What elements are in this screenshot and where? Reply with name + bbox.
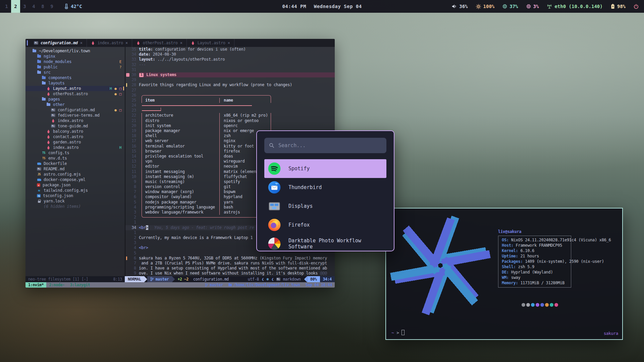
gutter-space [136,52,139,57]
buffer-line: 20init systemopenrc [125,123,335,128]
tree-item-README.md[interactable]: M↓README.md [25,166,125,172]
terminal-color-palette [522,303,558,307]
astro-file-icon [46,129,51,133]
md-file-icon: M↓ [51,108,55,112]
tree-item-badges: E [119,60,125,64]
fetch-terminal-window[interactable]: liv@sakura OS: NixOS 24.11.20240828.71e9… [385,208,623,340]
thunderbird-icon [268,181,281,194]
tree-item-pages[interactable]: pages [25,97,125,102]
buffer-line: 32--- [125,62,335,67]
tree-item-nginx[interactable]: nginx [25,54,125,59]
tree-item-docker-compose.yml[interactable]: docker-compose.yml [25,177,125,182]
paragraph-text: Favorite things regarding Linux and my w… [139,82,292,87]
yaml-value: configuration for devices i use (often) [153,47,246,52]
line-number: 18 [125,133,136,138]
tree-item-node-modules[interactable]: node_modulesE [25,59,125,64]
tab-close-icon[interactable]: × [180,41,182,45]
folder-open-icon [42,97,46,101]
darktable-icon [268,237,281,250]
line-number: 7 [125,189,136,194]
tree-item-Dockerfile[interactable]: Dockerfile [25,161,125,166]
tree-item-configuration.md[interactable]: M↓configuration.md●□ [25,107,125,113]
tree-item-label: yarn.lock [44,199,64,203]
launcher-item-thunderbird[interactable]: Thunderbird [264,178,386,197]
gutter-space [136,149,139,154]
launcher-item-firefox[interactable]: Firefox [264,216,386,234]
tree-item-tone-guide.md[interactable]: M↓tone-guide.md [25,123,125,129]
fetch-label: Host: [502,243,514,248]
shell-prompt[interactable]: ~ > [391,330,405,335]
table-top-border [142,93,271,98]
buffer-text: sakura has a Ryzen 5 7640U, 32GB of DDR5… [139,256,335,261]
line-number: 3 [125,210,136,215]
tree-item-other[interactable]: other [25,102,125,107]
gutter-space [136,245,139,250]
astro-file-icon [46,145,51,149]
tree-item-config.ts[interactable]: TSconfig.ts [25,150,125,156]
badge-●: ● [114,86,116,91]
buffer-line: 24 [125,103,335,108]
tree-item-yarn.lock[interactable]: yarn.lock [25,198,125,204]
tree-item-components[interactable]: components [25,75,125,80]
tmux-window-1:nvim*[interactable]: 1:nvim* [25,282,46,288]
tree-item-layouts[interactable]: layouts [25,80,125,86]
tree-item-badges: ●□ [114,108,125,112]
tree-item--6-hidden-items-[interactable]: (6 hidden items) [25,204,125,209]
tree-item-label: config.ts [48,150,69,155]
editor-tab-Layout.astro[interactable]: Layout.astro× [187,39,234,47]
tree-item-fediverse-terms.md[interactable]: M↓fediverse-terms.md [25,113,125,118]
tree-item-tailwind.config.mjs[interactable]: ≈tailwind.config.mjs [25,188,125,193]
buffer-text: architecturex86_64 (rip m2 pro) [139,113,335,118]
tab-close-icon[interactable]: × [80,41,83,45]
tree-item-otherPost.astro[interactable]: otherPost.astro●□ [25,91,125,97]
tree-item-balcony.astro[interactable]: balcony.astro [25,129,125,134]
table-cell-item: terminal emulator [142,144,219,149]
html-tag: <br [139,225,146,230]
tree-item-tsconfig.json[interactable]: TStsconfig.json [25,193,125,198]
tree-item-label: otherPost.astro [53,92,88,96]
tree-item-label: (6 hidden items) [44,204,81,209]
launcher-item-displays[interactable]: Displays [264,197,386,216]
status-bar: 123489 42°C 04:44 PM Wednesday Sep 04 36… [0,0,644,13]
tmux-window-2:node-[interactable]: 2:node- [46,282,67,288]
launcher-item-darktable-photo-workflow-software[interactable]: Darktable Photo Workflow Software [264,234,386,251]
tree-item-index.astro[interactable]: index.astroH [25,145,125,150]
markdown-icon: M↓ [34,41,38,45]
line-number: 25 [125,98,136,103]
paragraph-text: sakura has a Ryzen 5 7640U, 32GB of DDR5… [139,256,327,260]
launcher-item-spotify[interactable]: Spotify [264,159,386,178]
line-number: 11 [125,169,136,174]
tree-item-src[interactable]: src [25,70,125,75]
line-number: 4 [125,205,136,210]
tree-item-package.json[interactable]: npackage.json [25,182,125,188]
line-number: 8 [125,184,136,189]
tree-item-astro.config.mjs[interactable]: JSastro.config.mjs [25,172,125,177]
tree-item-public[interactable]: public? [25,64,125,70]
tree-item-contact.astro[interactable]: contact.astro [25,134,125,139]
gutter-space [136,144,139,149]
buffer-tabline: M↓configuration.md×index.astro×otherPost… [25,39,335,47]
tab-close-icon[interactable]: × [125,41,128,45]
tree-item-index.astro[interactable]: index.astro [25,118,125,123]
gutter-space [136,47,139,52]
tree-item-label: public [44,65,58,69]
paragraph-text: Currently, my main device is a Framework… [139,235,253,240]
astro-icon [91,41,95,45]
table-cell-item: compositor (wayland) [142,194,219,199]
tree-item-env.d.ts[interactable]: TSenv.d.ts [25,156,125,161]
chevron-separator [144,276,147,282]
launcher-search-input[interactable]: Search... [264,138,386,153]
editor-tab-configuration.md[interactable]: M↓configuration.md× [30,39,87,47]
fetch-info-line: Host: Framework FRANMDCP05 [502,243,571,248]
buffer-text [139,108,335,113]
lock-file-icon [37,199,41,203]
heading-sign [126,73,129,77]
buffer-text: itemname [139,98,335,103]
tab-close-icon[interactable]: × [228,41,230,45]
tree-item-Layout.astro[interactable]: Layout.astroH●□ [25,86,125,91]
editor-tab-index.astro[interactable]: index.astro× [87,39,132,47]
tree-item--Development-liv.town[interactable]: ~/Development/liv.town [25,48,125,54]
editor-tab-otherPost.astro[interactable]: otherPost.astro× [132,39,187,47]
tmux-window-3:lazygit[interactable]: 3:lazygit [67,282,93,288]
tree-item-garden.astro[interactable]: garden.astro [25,139,125,145]
